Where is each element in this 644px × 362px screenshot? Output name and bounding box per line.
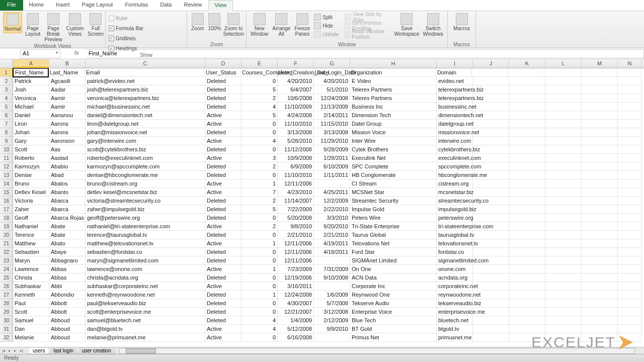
cell[interactable] [582,265,618,274]
cell[interactable]: Active [205,154,242,162]
column-header-G[interactable]: G [314,59,350,68]
100--button[interactable]: 100% [207,12,222,32]
sheet-tab-last-login[interactable]: last login [49,348,77,354]
cell[interactable]: Aaronson [49,137,86,145]
column-header-M[interactable]: M [582,59,618,68]
cell[interactable] [509,222,545,231]
cell[interactable]: Deleted [205,171,242,179]
cell[interactable] [473,231,509,239]
cell[interactable] [544,68,581,77]
cell[interactable]: Abboud [49,333,86,342]
cell[interactable] [509,94,545,103]
cell[interactable] [618,94,642,103]
cell[interactable]: telerexpartners.biz [437,85,473,94]
row-header[interactable]: 17 [0,205,13,214]
cell[interactable]: SIGMAnet Limited [350,256,437,265]
cell[interactable]: 6/9/2009 [278,162,314,171]
sheet-nav[interactable]: |◂◂▸▸| [0,348,28,353]
cell[interactable]: CI Stream [350,179,437,188]
cell[interactable] [618,162,642,171]
cell[interactable]: 11/10/2010 [278,120,314,128]
cell[interactable]: 1 [242,179,278,188]
cell[interactable]: Zaher [13,205,49,214]
cell[interactable]: Primus Net [350,333,437,342]
cell[interactable]: Organization [349,68,436,77]
cell[interactable]: Abalos [49,179,86,188]
cell[interactable] [508,68,544,77]
cell[interactable] [618,265,642,274]
cell[interactable]: Ababio [49,162,86,171]
cell[interactable] [509,239,545,248]
page-layout-button[interactable]: PageLayout [24,12,41,38]
cell[interactable]: evideo.net [437,77,473,85]
cell[interactable] [509,214,545,222]
cell[interactable] [582,333,618,342]
zoom-to-selection-button[interactable]: Zoom toSelection [224,12,243,38]
cell[interactable]: 11/12/2008 [278,145,314,154]
cell[interactable]: 11/14/2007 [278,197,314,205]
cell[interactable]: josh@telerexpartners.biz [86,85,205,94]
cell[interactable]: 2/21/2010 [278,231,314,239]
row-header[interactable]: 19 [0,222,13,231]
cell[interactable]: liron@datelgroup.net [86,120,205,128]
cell[interactable]: Deleted [205,205,242,214]
cell[interactable] [473,145,509,154]
cell[interactable]: 5/12/2008 [278,325,314,333]
cell[interactable] [618,205,642,214]
cell[interactable] [473,274,509,282]
cell[interactable]: reynwoodone.net [437,291,473,299]
cell[interactable] [582,120,618,128]
cell[interactable] [509,248,545,256]
cell[interactable]: Roberto [13,154,49,162]
cell[interactable] [545,265,582,274]
cell[interactable] [618,274,642,282]
cell[interactable] [314,333,350,342]
cell[interactable] [545,111,582,120]
full-screen-button[interactable]: FullScreen [87,12,105,38]
cell[interactable] [509,282,545,291]
cell[interactable] [582,248,618,256]
cell[interactable]: 5 [242,205,278,214]
cell[interactable]: Execulink Net [350,154,437,162]
cell[interactable]: Active [205,265,242,274]
cell[interactable] [581,68,617,77]
cell[interactable] [545,214,582,222]
cell[interactable] [618,154,642,162]
cell[interactable] [473,120,509,128]
cell[interactable] [314,179,350,188]
cell[interactable] [545,205,582,214]
cell[interactable]: 12/11/2006 [278,179,314,188]
cell[interactable] [582,214,618,222]
cell[interactable]: Email [85,68,204,77]
cell[interactable]: Taurus Global [350,231,437,239]
sheet-tab-users[interactable]: users [28,348,49,354]
cell[interactable] [473,282,509,291]
cell[interactable]: Detlev Kesel [13,188,49,197]
cell[interactable]: 9/28/2009 [314,145,350,154]
cell[interactable]: 4/18/2011 [314,248,350,256]
cell[interactable] [618,77,642,85]
cell[interactable]: Daniel [13,111,49,120]
cell[interactable]: 4 [242,137,278,145]
tab-data[interactable]: Data [154,0,178,11]
cell[interactable]: Abanto [49,188,86,197]
cell[interactable]: Josh [13,85,49,94]
cell[interactable]: Aastad [49,154,86,162]
cell[interactable] [582,103,618,111]
row-header[interactable]: 22 [0,248,13,256]
cell[interactable] [618,137,642,145]
cell[interactable] [618,282,642,291]
select-all-corner[interactable] [0,59,13,68]
cell[interactable]: MCSNet Star [350,188,437,197]
cell[interactable] [545,77,582,85]
cell[interactable] [582,291,618,299]
cell[interactable]: Deleted [205,214,242,222]
row-header[interactable]: 30 [0,316,13,325]
column-header-B[interactable]: B [49,59,86,68]
cell[interactable]: 12/19/2006 [278,274,314,282]
cell[interactable]: Deleted [205,77,242,85]
cell[interactable] [509,205,545,214]
macros-button[interactable]: Macros [451,12,472,32]
cell[interactable]: Scott [13,308,49,316]
cell[interactable]: 4 [242,316,278,325]
